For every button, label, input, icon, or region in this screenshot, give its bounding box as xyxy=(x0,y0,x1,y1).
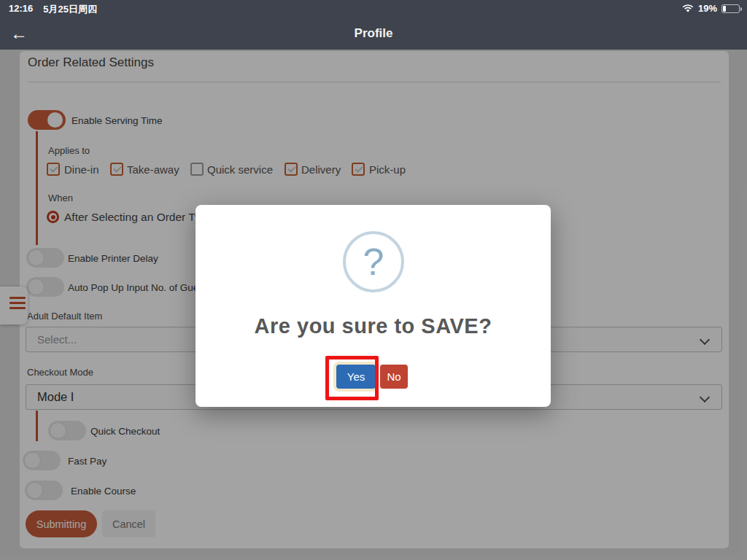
battery-percent: 19% xyxy=(698,3,717,14)
no-button[interactable]: No xyxy=(380,365,408,389)
status-bar: 12:16 5月25日周四 19% xyxy=(0,0,747,18)
page-title: Profile xyxy=(0,26,747,41)
save-confirm-dialog: ? Are you sure to SAVE? Yes No xyxy=(196,205,551,407)
battery-icon xyxy=(721,4,740,13)
clock: 12:16 xyxy=(9,3,33,16)
question-mark-icon: ? xyxy=(343,231,404,292)
wifi-icon xyxy=(682,4,694,13)
yes-button[interactable]: Yes xyxy=(336,365,376,389)
nav-bar: ← Profile xyxy=(0,18,747,50)
dialog-message: Are you sure to SAVE? xyxy=(196,314,551,338)
app-screen: 12:16 5月25日周四 19% ← Profile Order Relate… xyxy=(0,0,747,560)
date: 5月25日周四 xyxy=(43,3,97,16)
